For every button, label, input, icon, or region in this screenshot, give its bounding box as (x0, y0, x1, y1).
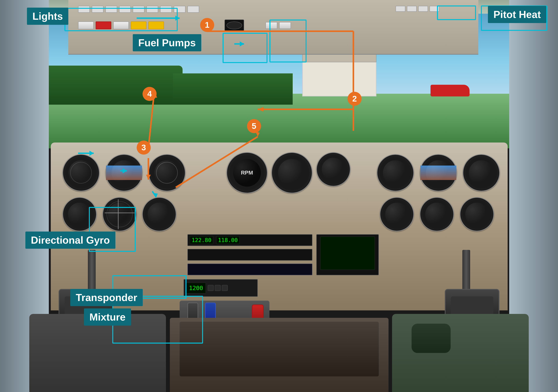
attitude-indicator (105, 154, 142, 191)
gps-unit (316, 234, 379, 275)
right-altimeter (463, 154, 500, 191)
pedestal-top (180, 322, 379, 376)
right-attitude (420, 154, 457, 191)
r-switch-1[interactable] (396, 6, 405, 12)
com-radio-2 (187, 249, 312, 261)
right-gyro (420, 197, 454, 231)
fuel-pumps-label: Fuel Pumps (133, 34, 201, 51)
annotation-3: 3 (137, 140, 151, 155)
com-radio-1: 122.80 118.00 (187, 234, 312, 246)
pitot-heat-label: Pitot Heat (488, 6, 546, 23)
right-turn (380, 197, 414, 231)
nav-display (271, 152, 312, 193)
right-switches (396, 6, 439, 12)
transponder-label: Transponder (70, 289, 143, 306)
directional-gyro-label: Directional Gyro (25, 232, 115, 249)
tachometer: RPM (227, 152, 268, 193)
annotation-5: 5 (247, 119, 261, 133)
switch-9[interactable] (187, 6, 199, 13)
egt-gauge (316, 152, 350, 186)
right-airspeed (377, 154, 414, 191)
annotation-4: 4 (142, 87, 157, 101)
fuel-pumps-highlight-box-1 (223, 33, 268, 63)
altimeter (148, 154, 185, 191)
pitot-heat-highlight-box-2 (437, 5, 476, 20)
lights-highlight-box (64, 8, 178, 31)
airspeed-indicator (62, 154, 100, 191)
vertical-speed (142, 197, 176, 231)
annotation-1: 1 (200, 18, 214, 32)
r-switch-2[interactable] (407, 6, 417, 12)
lights-label: Lights (27, 8, 68, 25)
transponder-unit: 1200 (183, 279, 258, 297)
r-switch-3[interactable] (418, 6, 428, 12)
right-vsi (460, 197, 494, 231)
fuel-gauge-circle (227, 21, 242, 29)
fuel-pump-gauge (225, 19, 244, 31)
fuel-pumps-highlight-box-2 (270, 19, 306, 62)
nav-radio (187, 263, 312, 275)
headset (411, 324, 451, 353)
right-seat (392, 314, 529, 392)
cockpit-container: RPM 122.80 118.00 (0, 0, 558, 392)
mixture-label: Mixture (84, 308, 131, 326)
annotation-2: 2 (348, 92, 362, 106)
